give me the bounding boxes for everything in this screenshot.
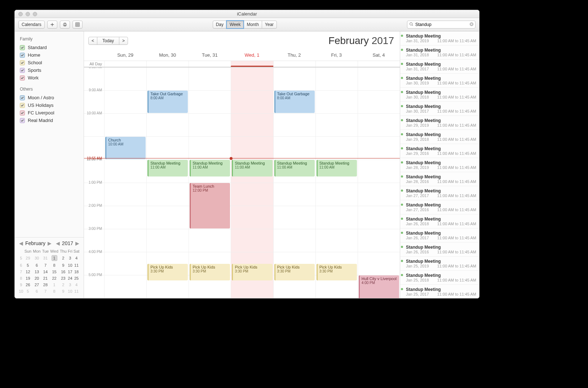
calendar-item[interactable]: Home: [19, 51, 80, 59]
mini-day[interactable]: 15: [49, 269, 59, 275]
event[interactable]: Standup Meeting11:00 AM: [190, 160, 230, 176]
all-day-cell[interactable]: [231, 61, 273, 67]
mini-day[interactable]: 25: [73, 275, 80, 282]
search-result-item[interactable]: Standup MeetingJan 25, 201811:00 AM to 1…: [400, 271, 479, 285]
today-button[interactable]: Today: [97, 37, 119, 45]
checkbox[interactable]: [20, 60, 25, 65]
search-result-item[interactable]: Standup MeetingJan 25, 201711:00 AM to 1…: [400, 285, 479, 298]
next-week-button[interactable]: >: [119, 37, 128, 45]
mini-day[interactable]: 9: [59, 262, 67, 269]
all-day-cell[interactable]: [146, 61, 189, 67]
mini-day[interactable]: 21: [41, 275, 49, 282]
mini-day[interactable]: 20: [32, 275, 41, 282]
event[interactable]: Take Out Garbage8:00 AM: [274, 91, 315, 113]
mini-day[interactable]: 3: [67, 282, 73, 288]
view-month-button[interactable]: Month: [243, 21, 262, 29]
close-window-button[interactable]: [18, 12, 23, 16]
checkbox[interactable]: [20, 75, 25, 80]
calendar-item[interactable]: FC Liverpool: [19, 109, 80, 117]
search-result-item[interactable]: Standup MeetingJan 27, 201711:00 AM to 1…: [400, 186, 479, 200]
event[interactable]: Standup Meeting11:00 AM: [317, 160, 357, 176]
mini-day[interactable]: 10: [67, 288, 73, 295]
day-column[interactable]: Church10:00 AM: [104, 67, 146, 298]
add-button[interactable]: [47, 21, 57, 29]
mini-day[interactable]: 2: [59, 282, 67, 288]
event[interactable]: Pick Up Kids3:30 PM: [147, 264, 188, 280]
event[interactable]: Pick Up Kids3:30 PM: [317, 264, 357, 280]
search-result-item[interactable]: Standup MeetingJan 26, 201611:00 AM to 1…: [400, 243, 479, 257]
search-result-item[interactable]: Standup MeetingJan 25, 201911:00 AM to 1…: [400, 257, 479, 271]
minimize-window-button[interactable]: [26, 12, 30, 16]
mini-day[interactable]: 7: [41, 262, 49, 269]
day-header[interactable]: Wed, 1: [231, 49, 273, 61]
mini-day[interactable]: 8: [49, 288, 59, 295]
week-grid[interactable]: 8:00 AM9:00 AM10:00 AM12:00 PM1:00 PM2:0…: [84, 67, 400, 298]
mini-day[interactable]: 24: [67, 275, 73, 282]
mini-day[interactable]: 4: [73, 254, 80, 262]
mini-day[interactable]: 27: [32, 282, 41, 288]
mini-day[interactable]: 7: [41, 288, 49, 295]
zoom-window-button[interactable]: [33, 12, 37, 16]
mini-calendar-grid[interactable]: SunMonTueWedThuFriSat5293031123465678910…: [18, 248, 80, 295]
search-result-item[interactable]: Standup MeetingJan 30, 201911:00 AM to 1…: [400, 74, 479, 88]
next-year-button[interactable]: ▶: [75, 240, 80, 246]
mini-day[interactable]: 29: [24, 254, 32, 262]
day-header[interactable]: Tue, 31: [189, 49, 231, 61]
calendar-item[interactable]: Moon / Astro: [19, 94, 80, 101]
checkbox[interactable]: [20, 118, 25, 123]
event[interactable]: Pick Up Kids3:30 PM: [232, 264, 272, 280]
event[interactable]: Team Lunch12:00 PM: [190, 183, 230, 228]
mini-day[interactable]: 16: [59, 269, 67, 275]
search-result-item[interactable]: Standup MeetingJan 29, 201911:00 AM to 1…: [400, 116, 479, 130]
mini-day[interactable]: 11: [73, 288, 80, 295]
calendar-item[interactable]: US Holidays: [19, 101, 80, 109]
mini-day[interactable]: 1: [49, 254, 59, 262]
view-year-button[interactable]: Year: [262, 21, 277, 29]
mini-day[interactable]: 23: [59, 275, 67, 282]
day-header[interactable]: Thu, 2: [273, 49, 315, 61]
mini-day[interactable]: 4: [73, 282, 80, 288]
mini-day[interactable]: 31: [41, 254, 49, 262]
mini-day[interactable]: 6: [32, 288, 41, 295]
mini-day[interactable]: 22: [49, 275, 59, 282]
day-header[interactable]: Fri, 3: [315, 49, 358, 61]
search-input[interactable]: [407, 21, 476, 29]
calendar-item[interactable]: Real Madrid: [19, 117, 80, 124]
mini-day[interactable]: 2: [59, 254, 67, 262]
mini-day[interactable]: 8: [49, 262, 59, 269]
search-result-item[interactable]: Standup MeetingJan 31, 201711:00 AM to 1…: [400, 60, 479, 74]
calendars-button[interactable]: Calendars: [18, 21, 45, 29]
day-column[interactable]: Hull City v Liverpool4:00 PM: [358, 67, 400, 298]
mini-day[interactable]: 10: [67, 262, 73, 269]
search-result-item[interactable]: Standup MeetingJan 28, 201611:00 AM to 1…: [400, 172, 479, 186]
all-day-cell[interactable]: [358, 61, 400, 67]
clear-search-button[interactable]: [469, 22, 474, 27]
event[interactable]: Pick Up Kids3:30 PM: [274, 264, 315, 280]
checkbox[interactable]: [20, 45, 25, 50]
day-column[interactable]: Standup Meeting11:00 AMTeam Lunch12:00 P…: [189, 67, 231, 298]
day-column[interactable]: Take Out Garbage8:00 AMStandup Meeting11…: [146, 67, 189, 298]
print-button[interactable]: [60, 21, 70, 29]
day-header[interactable]: Sat, 4: [358, 49, 400, 61]
calendar-item[interactable]: Standard: [19, 44, 80, 51]
mini-day[interactable]: 30: [32, 254, 41, 262]
all-day-cell[interactable]: [315, 61, 358, 67]
event[interactable]: Standup Meeting11:00 AM: [274, 160, 315, 176]
checkbox[interactable]: [20, 110, 25, 115]
view-day-button[interactable]: Day: [213, 21, 227, 29]
checkbox[interactable]: [20, 95, 25, 100]
mini-day[interactable]: 9: [59, 288, 67, 295]
prev-year-button[interactable]: ◀: [55, 240, 61, 246]
search-result-item[interactable]: Standup MeetingJan 29, 201811:00 AM to 1…: [400, 130, 479, 144]
checkbox[interactable]: [20, 68, 25, 73]
mini-day[interactable]: 18: [73, 269, 80, 275]
mini-day[interactable]: 13: [32, 269, 41, 275]
titlebar[interactable]: iCalendar: [15, 10, 479, 18]
mini-day[interactable]: 5: [24, 288, 32, 295]
all-day-cell[interactable]: [104, 61, 146, 67]
day-header[interactable]: Sun, 29: [104, 49, 146, 61]
calendar-item[interactable]: Work: [19, 74, 80, 82]
checkbox[interactable]: [20, 103, 25, 108]
event[interactable]: Pick Up Kids3:30 PM: [190, 264, 230, 280]
event[interactable]: Hull City v Liverpool4:00 PM: [359, 275, 399, 298]
